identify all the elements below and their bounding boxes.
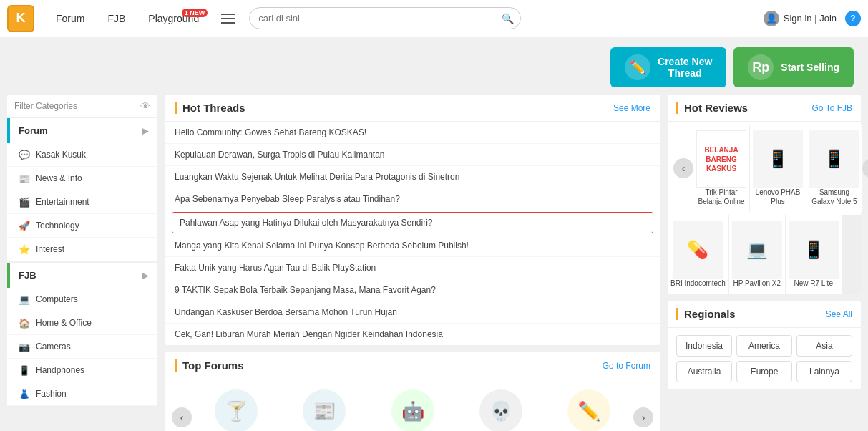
sidebar-fjb-item[interactable]: 📱Handphones [7, 359, 157, 382]
sidebar-item-label: Technology [36, 221, 79, 231]
sidebar-item-icon: 🎬 [19, 196, 30, 208]
sidebar-item[interactable]: 📰News & Info [7, 167, 157, 190]
review-cell[interactable]: 💊 BRI Indocomtech [668, 216, 728, 294]
review-cell[interactable]: 📱 New R7 Lite [786, 216, 842, 294]
review-cell[interactable]: 📱 Lenovo PHAB Plus [750, 125, 806, 212]
go-fjb-link[interactable]: Go To FJB [812, 103, 852, 113]
review-cell[interactable]: 📱 Samsung Galaxy Note 5 [806, 125, 862, 212]
sidebar-item-icon: 🏠 [19, 317, 30, 329]
forums-icons-row: ‹ 🍸Kasak Kusuk📰News Info🤖Android💀The Lou… [165, 379, 660, 431]
review-cell[interactable]: BELANJA BARENG KASKUS Trik Pintar Belanj… [693, 125, 749, 212]
sidebar-fjb-item[interactable]: 🏠Home & Office [7, 311, 157, 335]
sidebar-forum-section: Forum ▶ 💬Kasak Kusuk📰News & Info🎬Enterta… [7, 118, 157, 261]
regional-button[interactable]: Europe [736, 361, 792, 382]
nav-forum[interactable]: Forum [46, 7, 94, 30]
sidebar-fjb-item[interactable]: 👗Fashion [7, 382, 157, 406]
sidebar-item[interactable]: ⭐Interest [7, 238, 157, 261]
hot-threads-header: Hot Threads See More [165, 95, 660, 122]
thread-list: Hello Community: Gowes Sehat Bareng KOSK… [165, 122, 660, 345]
search-wrap: 🔍 [249, 7, 521, 29]
sign-in-link[interactable]: 👤 Sign in | Join [764, 11, 837, 26]
review-label: Trik Pintar Belanja Online [696, 188, 746, 206]
thread-item[interactable]: 9 TAKTIK Sepak Bola Terbaik Sepanjang Ma… [165, 279, 660, 301]
top-forums-title: Top Forums [175, 359, 244, 372]
sidebar-item[interactable]: 💬Kasak Kusuk [7, 143, 157, 167]
hot-reviews-card: Hot Reviews Go To FJB ‹ BELANJA BARENG K… [668, 95, 861, 294]
eye-icon[interactable]: 👁 [140, 100, 150, 112]
regionals-title: Regionals [676, 308, 736, 320]
sidebar: Filter Categories 👁 Forum ▶ 💬Kasak Kusuk… [7, 95, 157, 431]
sidebar-item[interactable]: 🎬Entertainment [7, 190, 157, 214]
forum-icon-item[interactable]: 💀The Lounge [457, 389, 545, 431]
review-cell[interactable]: 💻 HP Pavilion X2 [729, 216, 785, 294]
thread-item[interactable]: Luangkan Waktu Sejenak Untuk Melihat Der… [165, 166, 660, 188]
forum-icon-item[interactable]: ✏️Jual Beli [545, 389, 633, 431]
sidebar-fjb-header[interactable]: FJB ▶ [7, 263, 157, 288]
review-image-bbk: BELANJA BARENG KASKUS [696, 130, 746, 188]
regional-button[interactable]: America [736, 335, 792, 357]
start-selling-button[interactable]: Rp Start Selling [733, 47, 854, 87]
sidebar-item-label: Handphones [36, 365, 84, 375]
regionals-card: Regionals See All IndonesiaAmericaAsiaAu… [668, 301, 861, 389]
review-image-phone2: 📱 [809, 130, 859, 188]
create-thread-button[interactable]: ✏️ Create NewThread [610, 47, 726, 87]
start-selling-icon: Rp [748, 54, 774, 80]
thread-item[interactable]: Apa Sebenarnya Penyebab Sleep Paralysis … [165, 188, 660, 210]
forum-icon-item[interactable]: 🍸Kasak Kusuk [192, 389, 280, 431]
sidebar-fjb-item[interactable]: 💻Computers [7, 288, 157, 311]
thread-item[interactable]: Pahlawan Asap yang Hatinya Dilukai oleh … [172, 212, 653, 233]
review-image-phone: 📱 [753, 130, 803, 188]
regional-button[interactable]: Indonesia [676, 335, 732, 357]
thread-item[interactable]: Hello Community: Gowes Sehat Bareng KOSK… [165, 122, 660, 144]
sidebar-fjb-item[interactable]: 📷Cameras [7, 335, 157, 359]
hamburger-menu[interactable] [216, 6, 240, 31]
sidebar-item-label: Entertainment [36, 197, 89, 207]
chevron-down-icon: ▶ [142, 125, 149, 136]
reviews-carousel-row1: ‹ BELANJA BARENG KASKUS Trik Pintar Bela… [668, 122, 861, 215]
regional-button[interactable]: Asia [796, 335, 852, 357]
thread-item[interactable]: Kepulauan Derawan, Surga Tropis di Pulau… [165, 144, 660, 166]
carousel-next-arrow[interactable]: › [633, 407, 653, 427]
regional-button[interactable]: Australia [676, 361, 732, 382]
nav-fjb[interactable]: FJB [97, 7, 135, 30]
regional-button[interactable]: Lainnya [796, 361, 852, 382]
filter-label: Filter Categories [14, 101, 77, 111]
sidebar-item-label: Kasak Kusuk [36, 150, 86, 160]
thread-item[interactable]: Cek, Gan! Liburan Murah Meriah Dengan Ng… [165, 324, 660, 345]
nav-playground[interactable]: Playground 1 NEW [138, 7, 209, 30]
search-button[interactable]: 🔍 [502, 13, 514, 24]
review-label: Lenovo PHAB Plus [753, 188, 803, 206]
help-button[interactable]: ? [845, 11, 861, 26]
see-all-link[interactable]: See All [826, 309, 852, 319]
sidebar-item[interactable]: 🚀Technology [7, 214, 157, 238]
go-to-forum-link[interactable]: Go to Forum [603, 361, 650, 371]
thread-item[interactable]: Undangan Kaskuser Berdoa Bersama Mohon T… [165, 301, 660, 324]
forum-icon-item[interactable]: 📰News Info [280, 389, 368, 431]
regionals-header: Regionals See All [668, 301, 861, 328]
forum-icon-item[interactable]: 🤖Android [369, 389, 457, 431]
logo[interactable]: K [7, 5, 34, 32]
chevron-down-icon: ▶ [142, 270, 149, 281]
right-content: Hot Reviews Go To FJB ‹ BELANJA BARENG K… [668, 95, 861, 431]
filter-categories-row: Filter Categories 👁 [7, 95, 157, 118]
review-label: Samsung Galaxy Note 5 [809, 188, 859, 206]
sidebar-fjb-items: 💻Computers🏠Home & Office📷Cameras📱Handpho… [7, 288, 157, 406]
review-image-laptop: 💻 [732, 221, 782, 279]
search-input[interactable] [249, 7, 521, 29]
thread-item[interactable]: Manga yang Kita Kenal Selama Ini Punya K… [165, 235, 660, 257]
center-content: Hot Threads See More Hello Community: Go… [165, 95, 660, 431]
thread-item[interactable]: Fakta Unik yang Harus Agan Tau di Balik … [165, 257, 660, 279]
hamburger-line [221, 14, 235, 15]
action-buttons-row: ✏️ Create NewThread Rp Start Selling [0, 37, 868, 95]
forum-icon-circle: ✏️ [567, 389, 610, 431]
sidebar-forum-header[interactable]: Forum ▶ [7, 118, 157, 143]
forum-icon-circle: 🤖 [391, 389, 434, 431]
reviews-row1: BELANJA BARENG KASKUS Trik Pintar Belanj… [693, 125, 862, 212]
carousel-prev-arrow[interactable]: ‹ [172, 407, 192, 427]
create-thread-icon: ✏️ [625, 54, 650, 80]
reviews-next-arrow[interactable]: › [862, 158, 868, 178]
reviews-prev-arrow[interactable]: ‹ [673, 158, 693, 178]
sidebar-item-label: Interest [36, 244, 64, 254]
sidebar-item-icon: 📱 [19, 364, 30, 376]
see-more-link[interactable]: See More [613, 103, 650, 113]
